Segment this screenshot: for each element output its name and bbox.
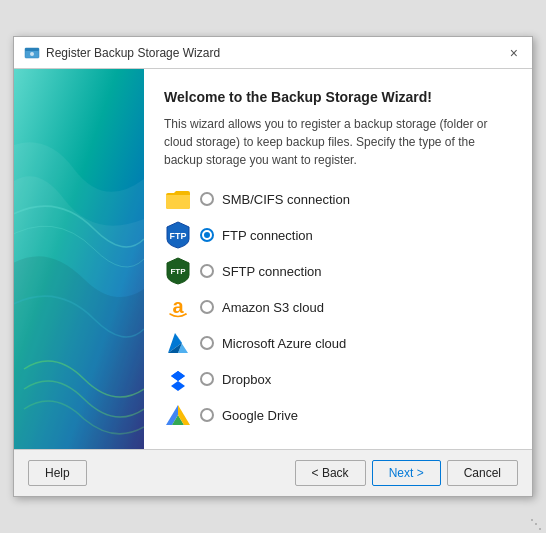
svg-point-2 (30, 52, 34, 56)
radio-ftp-dot (204, 232, 210, 238)
next-button[interactable]: Next > (372, 460, 441, 486)
close-button[interactable]: × (506, 46, 522, 60)
sftp-label: SFTP connection (222, 264, 321, 279)
svg-rect-1 (25, 48, 39, 51)
smb-label: SMB/CIFS connection (222, 192, 350, 207)
help-button[interactable]: Help (28, 460, 87, 486)
dropbox-icon (164, 365, 192, 393)
ftp-label: FTP connection (222, 228, 313, 243)
option-ftp[interactable]: FTP FTP connection (164, 221, 512, 249)
radio-s3[interactable] (200, 300, 214, 314)
radio-dropbox[interactable] (200, 372, 214, 386)
svg-marker-14 (171, 381, 185, 391)
radio-smb[interactable] (200, 192, 214, 206)
radio-azure[interactable] (200, 336, 214, 350)
svg-text:FTP: FTP (170, 267, 186, 276)
azure-icon (164, 329, 192, 357)
option-azure[interactable]: Microsoft Azure cloud (164, 329, 512, 357)
ftp-icon: FTP (164, 221, 192, 249)
storage-type-list: SMB/CIFS connection FTP FTP connect (164, 185, 512, 429)
option-gdrive[interactable]: Google Drive (164, 401, 512, 429)
gdrive-label: Google Drive (222, 408, 298, 423)
radio-sftp[interactable] (200, 264, 214, 278)
svg-text:FTP: FTP (170, 231, 187, 241)
footer-nav-buttons: < Back Next > Cancel (295, 460, 518, 486)
titlebar: Register Backup Storage Wizard × (14, 37, 532, 69)
resize-handle: ⋱ (530, 517, 542, 531)
svg-marker-13 (171, 371, 185, 381)
sidebar (14, 69, 144, 449)
content-area: Welcome to the Backup Storage Wizard! Th… (14, 69, 532, 449)
titlebar-title: Register Backup Storage Wizard (46, 46, 506, 60)
back-button[interactable]: < Back (295, 460, 366, 486)
sidebar-decoration (14, 69, 144, 449)
radio-gdrive[interactable] (200, 408, 214, 422)
option-smb[interactable]: SMB/CIFS connection (164, 185, 512, 213)
s3-label: Amazon S3 cloud (222, 300, 324, 315)
radio-ftp[interactable] (200, 228, 214, 242)
option-sftp[interactable]: FTP SFTP connection (164, 257, 512, 285)
gdrive-icon (164, 401, 192, 429)
wizard-heading: Welcome to the Backup Storage Wizard! (164, 89, 512, 105)
dialog-register-backup: Register Backup Storage Wizard × (13, 36, 533, 497)
sftp-icon: FTP (164, 257, 192, 285)
svg-text:a: a (172, 295, 184, 317)
option-dropbox[interactable]: Dropbox (164, 365, 512, 393)
option-s3[interactable]: a Amazon S3 cloud (164, 293, 512, 321)
dialog-footer: Help < Back Next > Cancel (14, 449, 532, 496)
main-content: Welcome to the Backup Storage Wizard! Th… (144, 69, 532, 449)
smb-icon (164, 185, 192, 213)
azure-label: Microsoft Azure cloud (222, 336, 346, 351)
cancel-button[interactable]: Cancel (447, 460, 518, 486)
wizard-description: This wizard allows you to register a bac… (164, 115, 512, 169)
s3-icon: a (164, 293, 192, 321)
titlebar-icon (24, 45, 40, 61)
dropbox-label: Dropbox (222, 372, 271, 387)
